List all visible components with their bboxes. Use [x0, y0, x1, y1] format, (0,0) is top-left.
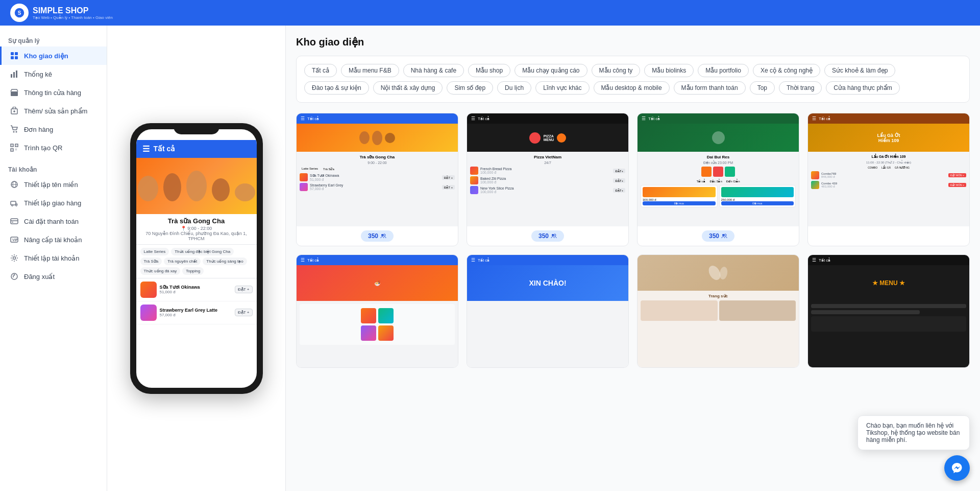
filter-mau-desktop-mobile[interactable]: Mẫu desktop & mobile [594, 81, 670, 95]
sidebar-item-cai-dat-thanh-toan[interactable]: Cài đặt thanh toán [0, 212, 107, 230]
filter-mau-portfolio[interactable]: Mẫu portfolio [698, 64, 749, 77]
theme-card-pizza[interactable]: ☰ Tất cả PIZZAMENU Pizza VietNam 24/7 [467, 113, 629, 246]
sidebar-label: Thiết lập tài khoản [24, 254, 80, 262]
theme-store-title: Kho giao diện [296, 36, 970, 48]
svg-rect-7 [13, 72, 15, 78]
payment-icon [10, 217, 19, 226]
filter-mau-biolinks[interactable]: Mẫu biolinks [644, 64, 694, 77]
svg-point-43 [381, 234, 383, 236]
sidebar-item-dang-xuat[interactable]: Đăng xuất [0, 267, 107, 286]
filter-mau-menu-fb[interactable]: Mẫu menu F&B [341, 64, 399, 77]
svg-rect-29 [12, 222, 13, 223]
card-preview: ☰ Tất cả PIZZAMENU Pizza VietNam 24/7 [467, 113, 628, 226]
filter-mau-chay-quang-cao[interactable]: Mẫu chạy quảng cáo [514, 64, 587, 77]
filter-top[interactable]: Top [750, 81, 775, 95]
cat-tag[interactable]: Trà Sữa [140, 258, 162, 265]
svg-rect-18 [12, 145, 12, 146]
theme-card-lau-ga[interactable]: ☰ Tất cả Lẩu Gà ỚtHiểm 109 Lẩu Gà Ớt Hiể… [807, 113, 970, 246]
filter-dao-tao-su-kien[interactable]: Đào tạo & sự kiện [304, 81, 369, 95]
sidebar-label: Kho giao diện [24, 52, 68, 60]
sidebar-label: Nâng cấp tài khoản [24, 236, 82, 244]
svg-point-13 [13, 131, 15, 133]
phone-top-bar: ☰ Tất cả [136, 140, 257, 158]
svg-rect-27 [11, 219, 18, 224]
filter-cua-hang-thuc-pham[interactable]: Cửa hàng thực phẩm [826, 81, 899, 95]
sidebar-item-them-sua-san-pham[interactable]: Thêm/ sửa sản phẩm [0, 102, 107, 120]
theme-card-dark[interactable]: ☰ Tất cả ★ MENU ★ [807, 254, 970, 368]
card-preview-2: ☰ Tất cả XIN CHÀO! [467, 255, 628, 367]
phone-product-list: Sữa Tươi Okinawa 51,000 đ ĐẶT + Strawber… [136, 278, 257, 388]
sidebar-item-don-hang[interactable]: Đơn hàng [0, 120, 107, 138]
svg-rect-8 [16, 71, 17, 78]
svg-rect-5 [15, 56, 18, 59]
theme-card-bui-res[interactable]: ☰ Tất cả Dai Bui Res Đến cửa 23:00 PM [637, 113, 799, 246]
user-count-badge: 350 [531, 230, 564, 242]
theme-card-xinchao[interactable]: ☰ Tất cả XIN CHÀO! [467, 254, 629, 368]
sidebar-label: Cài đặt thanh toán [24, 218, 79, 225]
product-name: Sữa Tươi Okinawa [160, 285, 232, 290]
filter-thoi-trang[interactable]: Thời trang [779, 81, 822, 95]
box-icon [10, 106, 19, 115]
sidebar-item-thiet-lap-ten-mien[interactable]: Thiết lập tên miền [0, 175, 107, 194]
svg-rect-38 [231, 133, 232, 137]
cat-tag[interactable]: Trà nguyên chất [164, 258, 201, 265]
phone-shop-address: 70 Nguyễn Đình Chiểu, phường Đa Kao, quậ… [141, 231, 252, 241]
sidebar-item-thiet-lap-tai-khoan[interactable]: Thiết lập tài khoản [0, 249, 107, 267]
svg-rect-19 [16, 145, 17, 146]
preview-header: ☰ Tất cả [297, 113, 458, 124]
domain-icon [10, 180, 19, 189]
filter-sim-so-dep[interactable]: Sim số đẹp [447, 81, 493, 95]
sidebar-item-kho-giao-dien[interactable]: Kho giao diện [0, 46, 107, 65]
svg-rect-42 [250, 134, 251, 136]
messenger-chat-button[interactable] [944, 455, 970, 481]
cat-tag[interactable]: Latte Series [140, 248, 169, 255]
qr-icon [10, 143, 19, 152]
logo-icon: S [10, 4, 29, 22]
theme-card-food2[interactable]: ☰ Tất cả 🍜 [296, 254, 458, 368]
filter-suc-khoe-lam-dep[interactable]: Sức khoẻ & làm đẹp [824, 64, 895, 77]
svg-point-32 [13, 257, 16, 260]
card-preview-2: ☰ Tất cả 🍜 [297, 255, 458, 367]
filter-nha-hang-cafe[interactable]: Nhà hàng & cafe [403, 64, 464, 77]
sidebar-label: Trình tạo QR [24, 144, 62, 152]
logo-text-block: SIMPLE SHOP Tạo Web • Quản lý • Thanh to… [33, 6, 113, 20]
filter-mau-form-thanh-toan[interactable]: Mẫu form thanh toán [674, 81, 746, 95]
sidebar-label: Đơn hàng [24, 126, 53, 133]
sidebar-item-thong-tin-cua-hang[interactable]: Thông tin cửa hàng [0, 83, 107, 102]
logo[interactable]: S SIMPLE SHOP Tạo Web • Quản lý • Thanh … [10, 4, 113, 22]
product-info: Sữa Tươi Okinawa 51,000 đ [160, 285, 232, 294]
svg-rect-6 [11, 74, 12, 78]
svg-point-45 [552, 234, 554, 236]
settings-icon [10, 253, 19, 263]
sidebar: Sự quản lý Kho giao diện T [0, 26, 107, 491]
add-to-cart-button[interactable]: ĐẶT + [235, 286, 252, 293]
cat-tag[interactable]: Thức uống đặc biệt Gong Cha [171, 248, 234, 255]
filter-du-lich[interactable]: Du lịch [497, 81, 531, 95]
filter-mau-cong-ty[interactable]: Mẫu công ty [592, 64, 641, 77]
sidebar-label: Thống kê [24, 71, 52, 78]
phone-shop-hours: 📍 9:00 - 22:00 [141, 226, 252, 231]
cat-tag[interactable]: Topping [182, 267, 204, 275]
phone-signal-icons [228, 133, 252, 137]
filter-linh-vuc-khac[interactable]: Lĩnh vực khác [535, 81, 589, 95]
cat-tag[interactable]: Thức uống sáng tạo [203, 258, 247, 265]
svg-rect-20 [12, 150, 12, 150]
product-info: Strawberry Earl Grey Latte 57,000 đ [160, 308, 232, 317]
filter-mau-shop[interactable]: Mẫu shop [468, 64, 510, 77]
svg-rect-24 [11, 201, 16, 205]
preview-header: ☰ Tất cả [808, 255, 969, 265]
card-footer: 350 [297, 226, 458, 246]
sidebar-item-nang-cap-tai-khoan[interactable]: VIP Nâng cấp tài khoản [0, 230, 107, 249]
theme-grid-row2: ☰ Tất cả 🍜 [296, 254, 970, 368]
filter-xe-co-cong-nghe[interactable]: Xe cộ & công nghệ [753, 64, 820, 77]
add-to-cart-button[interactable]: ĐẶT + [235, 309, 252, 316]
filter-noi-that-xay-dung[interactable]: Nội thất & xây dựng [373, 81, 443, 95]
filter-tat-ca[interactable]: Tất cả [304, 64, 337, 77]
theme-card-gong-cha[interactable]: ☰ Tất cả Trà sữa Gong Cha 9:00 - 22:00 [296, 113, 458, 246]
cat-tag[interactable]: Thức uống đá xay [140, 267, 181, 275]
theme-card-jewelry[interactable]: Trang sức [637, 254, 799, 368]
sidebar-item-thiet-lap-giao-hang[interactable]: Thiết lập giao hàng [0, 194, 107, 212]
sidebar-item-thong-ke[interactable]: Thống kê [0, 65, 107, 83]
svg-text:S: S [18, 10, 21, 16]
sidebar-item-trinh-tao-qr[interactable]: Trình tạo QR [0, 138, 107, 157]
